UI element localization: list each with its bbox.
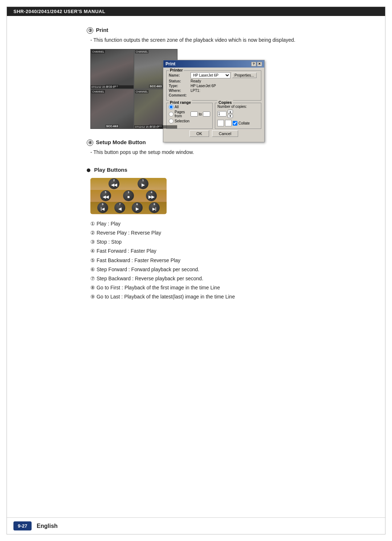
pages-label: Pages from bbox=[175, 110, 189, 118]
setup-number: ④ bbox=[87, 139, 93, 146]
collate-icon-1 bbox=[217, 120, 224, 126]
print-number: ③ bbox=[87, 27, 93, 34]
page: SHR-2040/2041/2042 USER'S MANUAL ③ Print… bbox=[7, 7, 385, 534]
pb-btn-6: 6 ▶ bbox=[132, 202, 143, 213]
pb-btn-9: 9 |◀ bbox=[97, 202, 108, 213]
pb-circle-3: 3 ■ bbox=[123, 190, 134, 201]
play-desc-8: ⑧ Go to First : Playback of the first im… bbox=[90, 283, 352, 292]
copies-input[interactable] bbox=[217, 111, 226, 117]
dialog-titlebar: Print ? ✕ bbox=[163, 60, 264, 68]
copies-down-btn[interactable]: ▼ bbox=[228, 114, 233, 118]
printer-group-title: Printer bbox=[169, 68, 184, 72]
pb-circle-4: 4 ▶▶ bbox=[146, 190, 157, 201]
main-content: ③ Print - This function outputs the scre… bbox=[7, 16, 385, 326]
play-desc-7: ⑦ Step Backward : Reverse playback per s… bbox=[90, 274, 352, 283]
comment-row: Comment: bbox=[169, 93, 259, 97]
pb-circle-6: 6 ▶ bbox=[132, 202, 143, 213]
collate-icon-2 bbox=[225, 120, 232, 126]
pages-from-input[interactable] bbox=[191, 111, 198, 117]
cam-timestamp-3: 07/12/12 15:30:10:17 bbox=[134, 125, 177, 129]
pb-btn-8: 8 ▶| bbox=[149, 202, 160, 213]
status-label: Status: bbox=[169, 79, 191, 83]
cam-top-label-2: CHANNEL bbox=[91, 90, 105, 93]
pb-circle-5: 5 ◀◀ bbox=[100, 190, 111, 201]
pages-radio[interactable] bbox=[169, 112, 173, 117]
type-label: Type: bbox=[169, 84, 191, 88]
num-copies-label: Number of copies: bbox=[217, 105, 259, 109]
bullet-dot bbox=[87, 168, 90, 172]
cancel-button[interactable]: Cancel bbox=[212, 130, 238, 137]
header-title: SHR-2040/2041/2042 USER'S MANUAL bbox=[13, 9, 105, 14]
play-buttons-section: Play Buttons 2 ◀◀ 1 ▶ bbox=[87, 167, 352, 302]
pages-radio-row: Pages from to bbox=[169, 110, 210, 118]
all-radio[interactable] bbox=[169, 105, 173, 109]
status-row: Status: Ready bbox=[169, 79, 259, 83]
cam-top-label-0: CHANNEL bbox=[91, 50, 105, 53]
pb-circle-8: 8 ▶| bbox=[149, 202, 160, 213]
ok-button[interactable]: OK bbox=[189, 130, 209, 137]
pb-row-top: 2 ◀◀ 1 ▶ bbox=[90, 178, 167, 190]
print-dialog: Print ? ✕ Printer Name: bbox=[163, 60, 265, 142]
print-screenshot: CHANNEL SCC-663 07/11/12 15:30:10:17 CHA… bbox=[90, 49, 352, 129]
selection-radio-row: Selection bbox=[169, 119, 210, 123]
play-buttons-image: 2 ◀◀ 1 ▶ 5 bbox=[90, 178, 167, 214]
print-desc: - This function outputs the screen zone … bbox=[90, 36, 352, 44]
name-label: Name: bbox=[169, 73, 191, 77]
print-section: ③ Print - This function outputs the scre… bbox=[87, 27, 352, 129]
dialog-help-btn[interactable]: ? bbox=[251, 62, 256, 66]
copies-spinner: ▲ ▼ bbox=[228, 110, 233, 118]
pb-circle-9: 9 |◀ bbox=[97, 202, 108, 213]
pb-btn-4: 4 ▶▶ bbox=[146, 190, 157, 201]
play-buttons-title: Play Buttons bbox=[87, 167, 352, 173]
footer: 9-27 English bbox=[7, 517, 385, 534]
dialog-footer: OK Cancel bbox=[166, 129, 261, 139]
collate-row: Collate bbox=[217, 120, 259, 126]
play-desc-9: ⑨ Go to Last : Playback of the latest(la… bbox=[90, 292, 352, 301]
printer-select[interactable]: HP LaserJet 6P bbox=[191, 72, 230, 78]
dialog-close-btn[interactable]: ✕ bbox=[257, 62, 262, 66]
cam-cell-2: CHANNEL SCC-663 bbox=[91, 89, 134, 129]
pb-circle-2: 2 ◀◀ bbox=[109, 178, 119, 189]
where-row: Where: LPT1: bbox=[169, 89, 259, 93]
copies-up-btn[interactable]: ▲ bbox=[228, 110, 233, 114]
all-radio-row: All bbox=[169, 105, 210, 109]
where-label: Where: bbox=[169, 89, 191, 93]
dialog-lower: Print range All Pages from to bbox=[166, 103, 261, 129]
copies-title: Copies bbox=[217, 100, 233, 105]
pb-btn-3: 3 ■ bbox=[123, 190, 134, 201]
properties-button[interactable]: Properties... bbox=[232, 73, 257, 78]
cam-cell-0: CHANNEL SCC-663 07/11/12 15:30:10:17 bbox=[91, 49, 134, 89]
collate-label: Collate bbox=[238, 121, 250, 125]
setup-desc: - This button pops up the setup mode win… bbox=[90, 148, 352, 156]
play-desc-3: ③ Stop : Stop bbox=[90, 237, 352, 247]
play-desc-5: ⑤ Fast Backward : Faster Reverse Play bbox=[90, 256, 352, 265]
header-bar: SHR-2040/2041/2042 USER'S MANUAL bbox=[7, 7, 385, 16]
cam-top-label-1: CHANNEL bbox=[135, 50, 148, 53]
where-value: LPT1: bbox=[191, 89, 200, 93]
cam-label-2: SCC-663 bbox=[106, 125, 119, 128]
play-descriptions-list: ① Play : Play ② Reverse Play : Reverse P… bbox=[90, 219, 352, 302]
pb-btn-2: 2 ◀◀ bbox=[109, 178, 119, 189]
pb-btn-7: 7 ◀ bbox=[114, 202, 125, 213]
play-desc-4: ④ Fast Forward : Faster Play bbox=[90, 247, 352, 256]
comment-label: Comment: bbox=[169, 93, 191, 97]
printer-group: Printer Name: HP LaserJet 6P Properties.… bbox=[166, 70, 261, 101]
cam-top-label-3: CHANNEL bbox=[135, 90, 148, 93]
play-desc-6: ⑥ Step Forward : Forward playback per se… bbox=[90, 265, 352, 274]
selection-label: Selection bbox=[175, 119, 189, 123]
print-title: ③ Print bbox=[87, 27, 352, 34]
play-desc-1: ① Play : Play bbox=[90, 219, 352, 228]
dialog-title: Print bbox=[166, 61, 175, 66]
copies-group: Copies Number of copies: ▲ ▼ bbox=[215, 103, 261, 129]
type-value: HP LaserJet 6P bbox=[191, 84, 216, 88]
cam-label-1: SCC-663 bbox=[149, 85, 163, 88]
cam-timestamp-0: 07/11/12 15:30:10:17 bbox=[91, 85, 134, 89]
play-desc-2: ② Reverse Play : Reverse Play bbox=[90, 228, 352, 237]
collate-checkbox[interactable] bbox=[233, 121, 237, 126]
status-value: Ready bbox=[191, 79, 201, 83]
pages-to-input[interactable] bbox=[203, 111, 210, 117]
dialog-body: Printer Name: HP LaserJet 6P Properties.… bbox=[163, 68, 264, 142]
type-row: Type: HP LaserJet 6P bbox=[169, 84, 259, 88]
selection-radio[interactable] bbox=[169, 119, 173, 123]
copies-input-row: ▲ ▼ bbox=[217, 110, 259, 118]
